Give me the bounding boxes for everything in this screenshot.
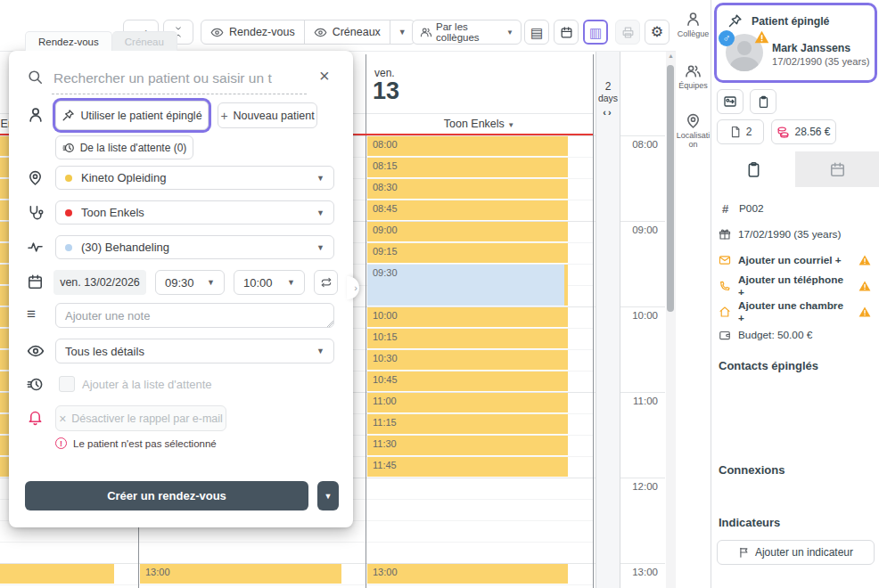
time-slot[interactable]: 08:30 <box>367 179 568 199</box>
toggle-slots-label: Créneaux <box>333 26 381 38</box>
treatment-select[interactable]: (30) Behandeling ▼ <box>55 235 334 259</box>
time-slot[interactable]: 09:15 <box>367 243 568 263</box>
new-patient-button[interactable]: + Nouveau patient <box>218 102 317 128</box>
add-room-row[interactable]: Ajouter une chambre + <box>719 303 873 321</box>
time-slot[interactable] <box>0 564 114 584</box>
patient-search-input[interactable] <box>52 63 307 94</box>
avatar-head <box>737 41 752 55</box>
tab-rendez-vous[interactable]: Rendez-vous <box>25 31 112 51</box>
chevron-down-icon: ▼ <box>316 347 324 355</box>
time-slot[interactable]: 08:00 <box>367 136 568 156</box>
slot-time-label: 09:30 <box>373 267 398 278</box>
scrollbar-thumb[interactable] <box>667 65 674 312</box>
add-phone-row[interactable]: Ajouter un téléphone + <box>719 277 873 295</box>
person-icon <box>685 11 702 28</box>
create-appointment-button[interactable]: Créer un rendez-vous <box>25 481 308 510</box>
tab-creneau[interactable]: Créneau <box>112 31 177 51</box>
hour-label: 13:00 <box>619 567 658 577</box>
toggle-appointments-button[interactable]: Rendez-vous <box>201 20 304 44</box>
tab-patient-info[interactable] <box>711 151 795 187</box>
chevron-down-icon: ▼ <box>316 208 324 217</box>
group-by-colleagues-button[interactable]: Par les collègues ▼ <box>412 20 522 45</box>
patient-id-row: # P002 <box>719 200 873 217</box>
staff-column-header[interactable]: Toon Enkels ▼ <box>366 118 593 130</box>
start-time-value: 09:30 <box>165 276 194 290</box>
time-slot[interactable]: 09:00 <box>367 222 568 241</box>
time-slot[interactable]: 11:30 <box>367 436 568 455</box>
time-slot[interactable]: 08:45 <box>367 200 568 220</box>
list-view-button[interactable]: ▤ <box>524 20 549 45</box>
wallet-icon <box>719 329 731 341</box>
eye-icon <box>314 26 327 39</box>
columns-view-button[interactable]: ▥ <box>583 20 608 45</box>
sidebar-item-location[interactable]: Localisation <box>676 112 711 149</box>
time-slot[interactable]: 10:00 <box>367 307 568 327</box>
balance-button[interactable]: 28.56 € <box>771 119 836 144</box>
sidebar-item-teams[interactable]: Équipes <box>676 62 711 90</box>
documents-count-button[interactable]: 2 <box>717 119 764 144</box>
hour-label: 11:00 <box>619 396 658 406</box>
time-slot[interactable]: 11:15 <box>367 414 568 434</box>
new-patient-label: Nouveau patient <box>234 110 315 122</box>
details-visibility-select[interactable]: Tous les détails ▼ <box>55 339 334 363</box>
patient-birthday-row: 17/02/1990 (35 years) <box>719 225 873 243</box>
group-by-colleagues-label: Par les collègues <box>436 21 503 43</box>
slot-time-label: 09:15 <box>373 246 398 257</box>
create-appointment-more-button[interactable]: ▼ <box>317 481 339 510</box>
calendar-icon <box>829 161 846 178</box>
chevron-down-icon: ▼ <box>507 121 514 129</box>
time-slot[interactable]: 10:30 <box>367 350 568 370</box>
bell-icon <box>27 409 44 426</box>
use-pinned-patient-button[interactable]: Utiliser le patient épinglé <box>55 101 209 130</box>
close-modal-button[interactable]: × <box>319 66 330 86</box>
time-slot[interactable]: 10:45 <box>367 372 568 391</box>
patient-birthdate: 17/02/1990 (35 years) <box>772 56 869 67</box>
add-email-row[interactable]: Ajouter un courriel + <box>719 251 873 269</box>
calendar-view-button[interactable] <box>554 20 579 45</box>
recurrence-button[interactable] <box>314 270 338 295</box>
view-toggle-more-button[interactable]: ▼ <box>390 20 415 44</box>
pin-icon <box>62 109 75 122</box>
tab-patient-calendar[interactable] <box>795 151 879 187</box>
plus-icon: + <box>220 109 227 123</box>
settings-button[interactable]: ⚙ <box>645 20 670 45</box>
pinned-patient-card[interactable]: Patient épinglé ♂ Mark Janssens 17/02/19… <box>714 3 877 83</box>
time-slot[interactable]: 08:15 <box>367 158 568 177</box>
eye-icon <box>210 26 224 39</box>
sidebar-item-colleague[interactable]: Collègue <box>676 11 711 38</box>
coins-icon <box>776 126 790 139</box>
time-slot[interactable]: 11:00 <box>367 393 568 412</box>
start-time-select[interactable]: 09:30 ▼ <box>155 270 225 295</box>
alert-circle-icon: ! <box>55 437 67 449</box>
slot-time-label: 13:00 <box>145 567 170 577</box>
patient-record-button[interactable] <box>750 89 776 114</box>
people-icon <box>420 26 432 38</box>
new-appointment-modal: × Utiliser le patient épinglé + Nouveau … <box>9 51 353 527</box>
chevron-right-icon: › <box>608 107 613 118</box>
time-slot[interactable]: 13:00 <box>140 564 341 584</box>
toggle-slots-button[interactable]: Créneaux <box>305 20 390 44</box>
end-time-select[interactable]: 10:00 ▼ <box>234 270 305 295</box>
male-gender-badge: ♂ <box>719 30 735 46</box>
date-field[interactable]: ven. 13/02/2026 <box>53 270 146 295</box>
vertical-scrollbar[interactable]: ▲ <box>666 51 676 588</box>
refer-patient-button[interactable] <box>717 89 743 114</box>
scroll-up-arrow-icon[interactable]: ▲ <box>666 51 676 61</box>
hour-label: 10:00 <box>619 310 658 321</box>
tab-creneau-label: Créneau <box>125 37 164 47</box>
waitlist-checkbox-label: Ajouter à la liste d'attente <box>82 378 212 391</box>
time-slot[interactable]: 10:15 <box>367 329 568 348</box>
time-slot[interactable]: 13:00 <box>367 564 568 584</box>
selected-time-slot[interactable]: 09:30 <box>367 265 564 306</box>
note-input[interactable] <box>55 303 334 328</box>
chevron-down-icon: ▼ <box>316 174 324 183</box>
days-nav[interactable]: ‹› <box>596 107 620 118</box>
location-select[interactable]: Kineto Opleiding ▼ <box>55 166 334 190</box>
time-slot[interactable]: 11:45 <box>367 457 568 477</box>
mail-icon <box>719 254 731 266</box>
indicators-heading: Indicateurs <box>719 516 780 529</box>
practitioner-select[interactable]: Toon Enkels ▼ <box>55 200 334 225</box>
waitlist-checkbox <box>59 376 75 392</box>
from-waitlist-button[interactable]: De la liste d'attente (0) <box>55 135 193 159</box>
add-indicator-button[interactable]: Ajouter un indicateur <box>717 540 875 565</box>
